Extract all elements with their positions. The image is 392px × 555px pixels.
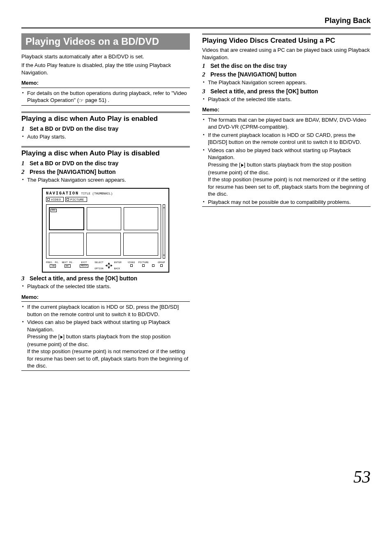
step-number: 3 [21,275,26,282]
tab-video: VIDEO [46,197,64,202]
legend-button: ▶▶| [65,264,71,268]
step-text: Set a BD or DVD on the disc tray [30,160,118,166]
bullet-item: Playback of the selected title starts. [21,283,190,290]
intro-text: Videos that are created using a PC can b… [202,46,371,61]
memo-item: Videos can also be played back without s… [202,147,371,198]
memo-line-a: Videos can also be played back without s… [208,147,351,161]
memo-text-b: page 51) . [84,97,109,103]
section-header: Playing Back [21,16,371,28]
memo-line-c: If the stop position (resume point) is n… [27,348,188,369]
thumbnail [49,233,84,256]
subheading-autoplay-enabled: Playing a disc when Auto Play is enabled [21,115,190,123]
color-square-icon [152,264,154,267]
memo-line-a: Videos can also be played back without s… [27,319,170,333]
tab-icon [67,198,69,201]
memo-line-c: If the stop position (resume point) is n… [208,176,369,197]
color-square-icon [130,264,133,267]
two-column-layout: Playing Videos on a BD/DVD Playback star… [21,32,371,372]
step-number: 3 [202,88,207,95]
step-number: 1 [21,125,26,132]
nav-title-row: NAVIGATION TITLE (THUMBNAIL) [46,191,165,196]
step-text: Press the [NAVIGATION] button [30,169,115,175]
step-text: Set the disc on the disc tray [210,62,287,69]
tab-label: PICTURE [70,198,84,201]
thumbnail [87,207,121,230]
memo-item: If the current playback location is HDD … [21,303,190,318]
memo-line-b-a: Pressing the [ [27,333,60,340]
memo-rule-end [21,370,190,371]
legend-row: PREV. PG. |◀◀ NEXT PG. ▶▶| EXIT MEDIA [46,261,165,270]
right-column: Playing Video Discs Created Using a PC V… [202,32,371,372]
page-number: 53 [21,467,371,487]
subheading-bar [21,111,190,113]
legend-label: VIDEO [128,261,135,264]
left-column: Playing Videos on a BD/DVD Playback star… [21,32,190,372]
memo-rule [21,301,190,302]
legend-label: ENTER [114,261,122,264]
legend-arrows: SELECT OPTION ENTER BACK [95,261,122,270]
legend-colors: VIDEO PICTURE GROUP [128,261,165,267]
scroll-up-icon [163,205,165,208]
tab-label: VIDEO [51,198,61,201]
legend-label: NEXT PG. [62,261,74,264]
subheading-bar [202,33,371,35]
bullet-list: Auto Play starts. [21,133,190,141]
thumbnail [86,233,121,256]
bullet-list: Playback of the selected title starts. [21,283,190,290]
legend-button: MEDIA [80,264,88,268]
legend-label: BACK [114,267,120,270]
memo-item: If the current playback location is HDD … [202,132,371,146]
thumbnail-badge: 001 [51,209,57,212]
step-row: 1 Set a BD or DVD on the disc tray [21,125,190,132]
main-heading: Playing Videos on a BD/DVD [21,33,190,50]
thumbnail-selected: 001 [49,207,84,230]
bullet-item: Auto Play starts. [21,133,190,141]
subheading-pc-discs: Playing Video Discs Created Using a PC [202,37,371,45]
memo-list: If the current playback location is HDD … [21,303,190,370]
step-text: Select a title, and press the [OK] butto… [30,275,137,282]
subheading-autoplay-disabled: Playing a disc when Auto Play is disable… [21,149,190,157]
memo-list: For details on the button operations dur… [21,90,190,104]
legend-button: |◀◀ [50,264,56,268]
memo-rule [21,88,190,88]
subheading-bar [21,146,190,148]
legend-label: EXIT [81,261,87,264]
memo-label: Memo: [21,79,190,87]
legend-label: OPTION [95,267,104,270]
memo-label: Memo: [21,294,190,301]
bullet-item: Playback of the selected title starts. [202,96,371,103]
play-icon [60,333,63,341]
memo-rule-end [202,206,371,207]
svg-point-0 [108,264,110,267]
play-icon [241,162,244,169]
thumbnail-grid: 001 [46,204,161,259]
step-number: 2 [202,71,207,78]
nav-title: NAVIGATION [46,191,79,196]
nav-tabs: VIDEO PICTURE [46,197,165,202]
pointer-icon: ☞ [79,97,84,104]
step-number: 1 [202,62,207,69]
memo-rule [202,114,371,115]
step-text: Select a title, and press the [OK] butto… [210,88,318,95]
svg-marker-1 [60,335,63,339]
tab-picture: PICTURE [65,197,87,202]
memo-item: For details on the button operations dur… [21,90,190,104]
step-row: 3 Select a title, and press the [OK] but… [21,275,190,282]
bullet-list: The Playback Navigation screen appears. [21,176,190,184]
bullet-list: The Playback Navigation screen appears. [202,79,371,86]
thumbnail [124,207,158,230]
thumbnail [123,233,158,256]
memo-line-b-a: Pressing the [ [208,162,241,168]
step-number: 1 [21,160,26,167]
screen-illustration-wrap: NAVIGATION TITLE (THUMBNAIL) VIDEO PICTU… [21,188,190,273]
legend-label [152,261,154,264]
color-square-icon [142,264,145,267]
legend-label: PICTURE [138,261,149,264]
navigation-screen: NAVIGATION TITLE (THUMBNAIL) VIDEO PICTU… [42,188,169,273]
tab-icon [47,198,50,201]
scrollbar [163,204,165,259]
legend-exit: EXIT MEDIA [80,261,88,268]
bullet-item: The Playback Navigation screen appears. [21,176,190,184]
legend-label: SELECT [95,261,104,264]
legend-label: GROUP [158,261,165,264]
